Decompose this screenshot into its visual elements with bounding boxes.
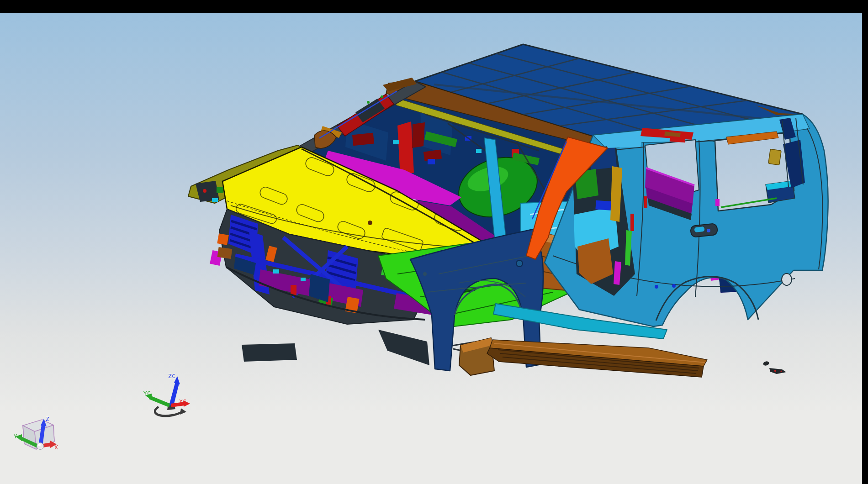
top-chrome-bar [0, 0, 868, 13]
quarter-window[interactable] [715, 132, 795, 211]
yc-label: YC [143, 390, 151, 397]
rear-notch-hole [782, 274, 792, 285]
right-chrome-bar [862, 0, 868, 484]
front-lower-box [242, 343, 297, 362]
origin-ball [37, 443, 44, 450]
debris-red-dot [774, 370, 776, 372]
cad-application-window: ZC YC XC Z Y X [0, 0, 868, 484]
zc-label: ZC [168, 373, 176, 379]
y-label: Y [14, 433, 17, 440]
gold-plate [768, 149, 781, 165]
rivet-dot [672, 284, 676, 288]
viewport-3d[interactable]: ZC YC XC Z Y X [0, 0, 868, 484]
debris-red-dot [780, 370, 782, 372]
z-label: Z [46, 416, 49, 422]
x-label: X [54, 444, 58, 451]
door-handle[interactable] [690, 223, 718, 237]
origin-ball-highlight [38, 443, 41, 446]
xc-label: XC [179, 398, 187, 405]
rivet-dot [655, 285, 658, 289]
